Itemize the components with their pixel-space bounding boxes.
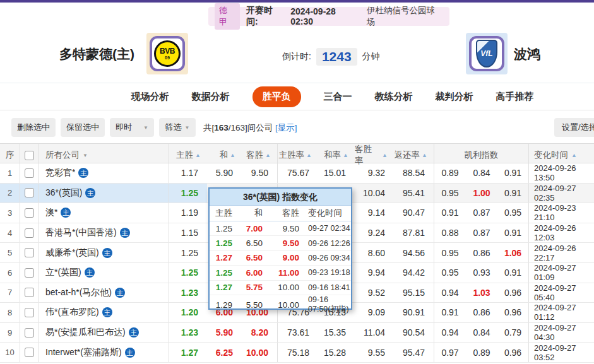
- company-name[interactable]: 立*(英国)主: [39, 263, 169, 283]
- kelly-home: 0.89: [434, 163, 466, 183]
- odds-home[interactable]: 1.19: [169, 203, 207, 223]
- away-rate: 9.94: [355, 263, 394, 283]
- company-name[interactable]: 易*(安提瓜和巴布达)主: [39, 323, 169, 343]
- tab-1[interactable]: 数据分析: [192, 91, 230, 103]
- row-checkbox[interactable]: [25, 228, 34, 238]
- odds-draw[interactable]: 5.90: [207, 163, 242, 183]
- company-name[interactable]: 竞彩官*主: [39, 163, 169, 183]
- top-accent-bar: [0, 0, 594, 3]
- odds-away[interactable]: 10.00: [242, 343, 278, 362]
- popup-odds-draw: 6.00: [236, 266, 266, 279]
- company-name[interactable]: 香港马*(中国香港)主: [39, 223, 169, 243]
- company-name[interactable]: 36*(英国)主: [39, 184, 169, 203]
- odds-home[interactable]: 1.15: [169, 223, 207, 243]
- league-badge: 德甲: [215, 3, 240, 30]
- tab-2[interactable]: 胜平负: [252, 86, 301, 107]
- checkbox-cell: [20, 203, 39, 223]
- vfl-logo-text: VfL: [480, 49, 492, 58]
- away-team-logo: VfL: [466, 33, 508, 74]
- checkbox-cell: [20, 243, 39, 262]
- bvb-logo-sub: 09: [165, 56, 170, 60]
- company-name[interactable]: 澳*主: [39, 203, 169, 223]
- checkbox-cell: [20, 303, 39, 322]
- countdown: 倒计时: 1243 分钟: [282, 48, 380, 66]
- kelly-away: 1.06: [497, 243, 529, 262]
- chevron-down-icon: ▼: [83, 153, 88, 158]
- page: 德甲 开赛时间: 2024-09-28 02:30 伊杜纳信号公园球场 多特蒙德…: [0, 0, 594, 364]
- show-link[interactable]: [显示]: [275, 123, 297, 132]
- company-name[interactable]: 伟*(直布罗陀)主: [39, 303, 169, 322]
- count-suffix: /163]间公司: [229, 123, 273, 132]
- time-filter-label: 即时: [116, 122, 132, 133]
- tab-0[interactable]: 现场分析: [131, 91, 169, 103]
- row-checkbox[interactable]: [25, 188, 34, 197]
- home-team-logo: BVB 09: [146, 33, 188, 74]
- tab-5[interactable]: 裁判分析: [436, 91, 473, 103]
- change-time: 2024-09-26 22:17: [529, 243, 594, 262]
- company-name[interactable]: bet-at-h*(马尔他)主: [39, 283, 169, 303]
- row-index: 2: [0, 184, 20, 203]
- tab-4[interactable]: 教练分析: [375, 91, 413, 103]
- row-index: 10: [0, 343, 20, 362]
- keep-selected-button[interactable]: 保留选中: [61, 118, 105, 137]
- change-time: 2024-09-26 12:03: [529, 223, 594, 243]
- row-checkbox[interactable]: [25, 328, 34, 338]
- settings-button[interactable]: 设置/选择: [554, 118, 594, 137]
- home-badge-icon: 主: [61, 208, 71, 218]
- row-index: 8: [0, 303, 20, 322]
- row-checkbox[interactable]: [25, 268, 34, 278]
- company-name[interactable]: Interwet*(塞浦路斯)主: [39, 343, 169, 362]
- checkbox-cell: [20, 323, 39, 343]
- draw-rate: 15.35: [318, 323, 355, 343]
- odds-away[interactable]: 8.20: [242, 323, 278, 343]
- row-checkbox[interactable]: [25, 208, 34, 218]
- odds-home[interactable]: 1.17: [169, 163, 207, 183]
- row-checkbox[interactable]: [25, 288, 34, 297]
- change-time: 2024-09-27 05:40: [529, 283, 594, 303]
- odds-home[interactable]: 1.23: [169, 323, 207, 343]
- delete-selected-button[interactable]: 删除选中: [11, 118, 56, 137]
- row-checkbox[interactable]: [25, 348, 34, 357]
- odds-home[interactable]: 1.27: [169, 343, 207, 362]
- countdown-value: 1243: [316, 48, 357, 66]
- odds-home[interactable]: 1.25: [169, 263, 207, 283]
- kelly-away: 0.96: [497, 283, 529, 303]
- company-name[interactable]: 威廉希*(英国)主: [39, 243, 169, 262]
- row-index: 3: [0, 203, 20, 223]
- popup-odds-away: 9.50: [266, 221, 303, 235]
- popup-odds-away: 10.00: [266, 281, 303, 295]
- kelly-away: 0.96: [497, 343, 529, 362]
- row-index: 7: [0, 283, 20, 303]
- kelly-home: 0.97: [434, 343, 466, 362]
- filter-dropdown[interactable]: 筛选 ▼: [159, 118, 196, 137]
- sort-asc-icon: ▲: [343, 152, 348, 158]
- odds-home[interactable]: 1.25: [169, 243, 207, 262]
- popup-odds-draw: 7.00: [236, 221, 266, 235]
- popup-odds-home: 1.25: [210, 266, 236, 279]
- odds-draw[interactable]: 5.90: [207, 323, 242, 343]
- table-row: 1竞彩官*主1.175.909.5075.6715.019.3288.540.8…: [0, 163, 594, 184]
- away-rate: 9.14: [355, 203, 394, 223]
- kelly-home: 0.95: [434, 184, 466, 203]
- sort-asc-icon: ▲: [265, 152, 271, 158]
- odds-away[interactable]: 9.50: [242, 163, 278, 183]
- away-rate: 8.60: [355, 243, 394, 262]
- checkbox-cell: [20, 184, 39, 203]
- odds-home[interactable]: 1.23: [169, 283, 207, 303]
- count-prefix: 共[: [203, 123, 214, 132]
- select-all-checkbox[interactable]: [25, 151, 34, 160]
- odds-home[interactable]: 1.20: [169, 303, 207, 322]
- odds-draw[interactable]: 6.25: [207, 343, 242, 362]
- away-logo-frame: VfL: [469, 36, 504, 71]
- tab-3[interactable]: 三合一: [324, 91, 352, 103]
- return-rate: 87.81: [394, 223, 434, 243]
- change-time: 2024-09-27 02:35: [529, 184, 594, 203]
- odds-home[interactable]: 1.25: [169, 184, 207, 203]
- row-checkbox[interactable]: [25, 308, 34, 317]
- row-checkbox[interactable]: [25, 248, 34, 257]
- time-filter-dropdown[interactable]: 即时 ▼: [110, 118, 154, 137]
- popup-row: 1.256.509.5009-26 12:26: [210, 236, 351, 250]
- tab-6[interactable]: 高手推荐: [496, 91, 534, 103]
- odds-history-popup: 36*(英国) 指数变化 主胜和客胜变化时间 1.257.009.5009-27…: [208, 187, 352, 310]
- row-checkbox[interactable]: [25, 168, 34, 178]
